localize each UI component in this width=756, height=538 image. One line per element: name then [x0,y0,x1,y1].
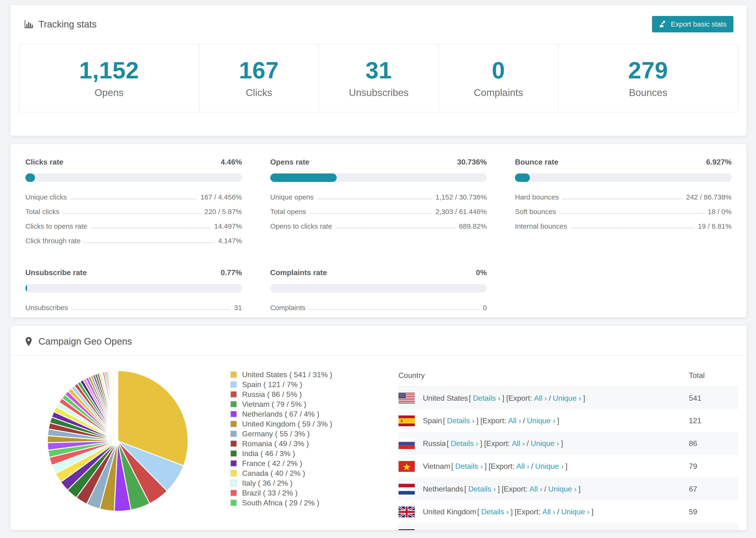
export-all-link[interactable]: All › [512,439,525,448]
geo-opens-pie-chart[interactable] [45,369,190,513]
bounce-rate-value: 6.927% [706,158,731,166]
opens-rate-bar [270,174,487,182]
bounce-rate-block: Bounce rate 6.927% Hard bounces242 / 86.… [515,158,731,245]
complaints-rate-title: Complaints rate [270,268,327,277]
export-all-link[interactable]: All › [516,462,529,471]
legend-item[interactable]: Italy ( 36 / 2% ) [230,478,362,488]
country-total: 59 [689,501,738,523]
campaign-geo-opens-card: Campaign Geo Opens United States ( 541 /… [10,326,747,530]
details-link[interactable]: Details › [455,462,483,471]
stats-summary-row: 1,152 Opens 167 Clicks 31 Unsubscribes 0… [19,44,738,112]
details-link[interactable]: Details › [481,508,509,516]
export-all-link[interactable]: All › [534,394,547,403]
rate-row: Click through rate4.147% [26,237,242,245]
export-unique-link[interactable]: Unique › [561,508,590,516]
stat-box-clicks: 167 Clicks [199,45,319,112]
country-total: 79 [689,455,738,478]
legend-item[interactable]: United Kingdom ( 59 / 3% ) [230,419,362,429]
stat-box-bounces: 279 Bounces [558,45,738,112]
export-unique-link[interactable]: Unique › [548,485,577,493]
complaints-rate-block: Complaints rate 0% Complaints0 [270,268,487,312]
opens-rate-block: Opens rate 30.736% Unique opens1,152 / 3… [270,158,487,245]
legend-item[interactable]: France ( 42 / 2% ) [230,458,362,468]
export-icon [659,20,667,28]
legend-swatch [230,470,237,476]
unsubscribe-rate-value: 0.77% [221,268,242,277]
geo-title: Campaign Geo Opens [38,336,132,347]
rate-row: Complaints0 [270,304,487,312]
country-name: Russia [423,439,446,448]
export-unique-link[interactable]: Unique › [535,462,564,471]
complaints-rate-bar [270,284,487,293]
country-total: 67 [689,478,738,501]
export-all-link[interactable]: All › [542,508,555,516]
details-link[interactable]: Details › [447,416,474,425]
export-basic-stats-button[interactable]: Export basic stats [652,16,733,32]
complaints-rate-value: 0% [476,268,487,277]
clicks-count: 167 [199,57,319,84]
legend-item[interactable]: Romania ( 49 / 3% ) [230,439,362,449]
export-all-link[interactable]: All › [508,416,521,425]
legend-item[interactable]: India ( 46 / 3% ) [230,449,362,458]
legend-item[interactable]: Canada ( 40 / 2% ) [230,468,362,478]
legend-item[interactable]: Germany ( 55 / 3% ) [230,429,362,439]
table-row: Vietnam[Details ›][Export:All ›/Unique ›… [399,455,738,478]
legend-swatch [230,450,237,457]
opens-rate-value: 30.736% [457,158,487,166]
export-unique-link[interactable]: Unique › [531,439,559,448]
geo-opens-table: Country Total United States[Details ›][E… [399,369,738,530]
rates-card: Clicks rate 4.46% Unique clicks167 / 4.4… [10,144,747,317]
legend-item[interactable]: Brazil ( 33 / 2% ) [230,488,362,498]
bounces-label: Bounces [559,87,738,98]
us-flag-icon [399,393,415,404]
complaints-count: 0 [439,57,558,84]
tracking-stats-header: Tracking stats [24,19,96,29]
details-link[interactable]: Details › [473,394,500,403]
legend-item[interactable]: United States ( 541 / 31% ) [230,370,362,380]
map-pin-icon [24,336,34,347]
legend-swatch [230,460,237,467]
tracking-stats-card: Tracking stats Export basic stats 1,152 … [10,5,747,136]
legend-item[interactable]: Vietnam ( 79 / 5% ) [230,399,362,409]
export-button-label: Export basic stats [671,20,727,28]
stat-box-unsubscribes: 31 Unsubscribes [319,45,438,112]
bounce-rate-bar [515,174,731,182]
legend-swatch [230,381,237,388]
rate-row: Total opens2,303 / 61.446% [270,208,487,216]
legend-swatch [230,440,237,447]
unsubscribe-rate-bar [26,284,242,293]
rate-row: Total clicks220 / 5.87% [26,208,242,216]
table-row: United Kingdom[Details ›][Export:All ›/U… [399,501,738,523]
export-all-link[interactable]: All › [529,485,542,493]
country-total: 541 [689,387,738,409]
unsubscribes-count: 31 [319,57,438,84]
opens-label: Opens [19,87,199,98]
rate-row: Clicks to opens rate14.497% [26,222,242,230]
legend-item[interactable]: Russia ( 86 / 5% ) [230,389,362,399]
bounces-count: 279 [559,57,738,84]
table-row: Netherlands[Details ›][Export:All ›/Uniq… [399,478,738,501]
opens-rate-title: Opens rate [270,158,309,166]
legend-item[interactable]: South Africa ( 29 / 2% ) [230,498,362,508]
unsubscribe-rate-block: Unsubscribe rate 0.77% Unsubscribes31 [26,268,242,312]
legend-swatch [230,490,237,496]
es-flag-icon [399,415,415,426]
details-link[interactable]: Details › [451,439,478,448]
country-name: Netherlands [423,485,463,493]
card-title-text: Tracking stats [38,19,96,29]
details-link[interactable]: Details › [468,485,496,493]
legend-swatch [230,401,237,407]
export-unique-link[interactable]: Unique › [553,394,581,403]
country-name: United Kingdom [423,508,476,516]
clicks-rate-value: 4.46% [221,158,242,166]
table-row: United States[Details ›][Export:All ›/Un… [399,387,738,409]
clicks-label: Clicks [199,87,319,98]
export-unique-link[interactable]: Unique › [527,416,555,425]
legend-swatch [230,430,237,437]
legend-item[interactable]: Netherlands ( 67 / 4% ) [230,409,362,419]
rate-row: Soft bounces18 / 0% [515,208,731,216]
legend-swatch [230,411,237,417]
legend-item[interactable]: Spain ( 121 / 7% ) [230,380,362,389]
table-row: Russia[Details ›][Export:All ›/Unique ›]… [399,432,738,455]
bar-chart-icon [24,19,34,29]
